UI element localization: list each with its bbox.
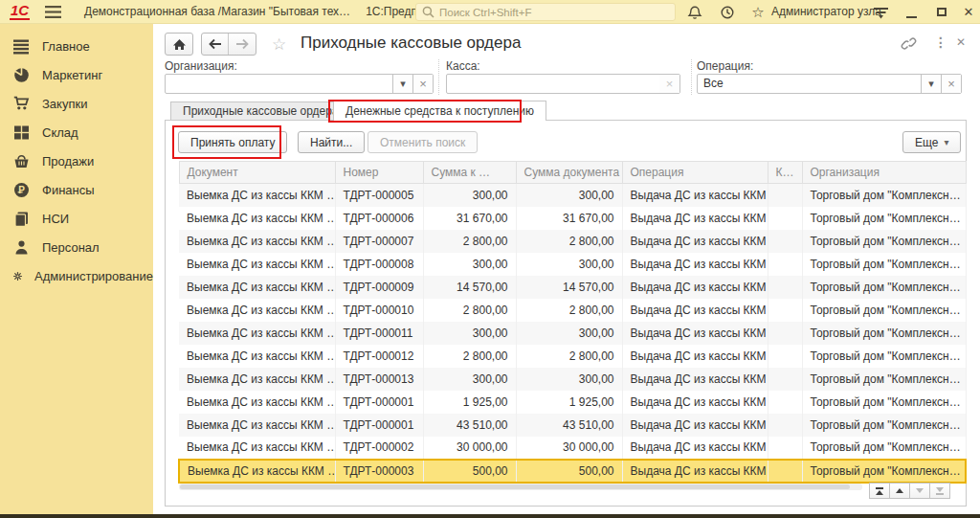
column-header[interactable]: Сумма документа — [516, 162, 622, 184]
sidebar-item-label: Склад — [42, 125, 78, 140]
go-first-button[interactable] — [869, 483, 890, 499]
table-cell — [768, 368, 802, 391]
filter-org-dropdown-icon[interactable]: ▾ — [392, 75, 412, 93]
filter-kassa-input[interactable]: × — [446, 74, 680, 94]
close-form-icon[interactable]: ✕ — [956, 35, 966, 49]
table-row[interactable]: Выемка ДС из кассы ККМ …ТДРТ-000013300,0… — [179, 368, 966, 391]
more-menu-icon[interactable]: ⋮ — [934, 35, 947, 49]
forward-button[interactable] — [229, 34, 256, 55]
find-label: Найти... — [310, 136, 352, 149]
maximize-button[interactable] — [930, 0, 953, 24]
tab-label: Приходные кассовые ордера — [183, 104, 339, 118]
sidebar-item-label: Главное — [42, 39, 90, 54]
table-cell — [768, 276, 802, 299]
basket-icon — [13, 153, 30, 169]
filter-org-clear-icon[interactable]: × — [412, 75, 433, 93]
table-row[interactable]: Выемка ДС из кассы ККМ …ТДРТ-0000122 800… — [179, 345, 966, 368]
sidebar-item-marketing[interactable]: Маркетинг — [0, 60, 153, 89]
table-row[interactable]: Выемка ДС из кассы ККМ …ТДРТ-00000143 51… — [179, 414, 966, 437]
find-button[interactable]: Найти... — [298, 131, 365, 153]
table-cell: 300,00 — [516, 322, 622, 345]
minimize-button[interactable] — [900, 0, 923, 24]
table-cell — [768, 253, 802, 276]
service-menu-icon[interactable] — [869, 0, 892, 24]
home-button[interactable] — [165, 33, 193, 56]
sidebar-item-nsi[interactable]: НСИ — [0, 204, 153, 233]
table-cell: Выемка ДС из кассы ККМ … — [179, 230, 335, 253]
close-window-button[interactable]: ✕ — [957, 0, 980, 24]
sidebar-item-glavnoe[interactable]: Главное — [0, 32, 153, 60]
column-header[interactable]: Номер — [335, 162, 423, 184]
table-cell: 300,00 — [516, 368, 622, 391]
table-cell: Выемка ДС из кассы ККМ … — [179, 253, 335, 276]
table-row[interactable]: Выемка ДС из кассы ККМ …ТДРТ-000003500,0… — [179, 460, 966, 483]
table-row[interactable]: Выемка ДС из кассы ККМ …ТДРТ-00000914 57… — [179, 276, 966, 299]
table-cell — [768, 299, 802, 322]
column-header[interactable]: Операция — [622, 162, 768, 184]
favorites-star-icon[interactable]: ☆ — [746, 0, 769, 24]
go-previous-button[interactable] — [889, 483, 910, 499]
global-search-input[interactable]: Поиск Ctrl+Shift+F — [415, 3, 676, 21]
go-next-button[interactable] — [909, 483, 930, 499]
sidebar-item-zakupki[interactable]: Закупки — [0, 89, 153, 118]
home-icon — [172, 38, 187, 51]
history-icon[interactable] — [716, 0, 739, 24]
get-link-icon[interactable] — [901, 36, 917, 53]
table-row[interactable]: Выемка ДС из кассы ККМ …ТДРТ-000005300,0… — [179, 184, 966, 207]
tab-denezhnye-sredstva[interactable]: Денежные средства к поступлению — [333, 101, 546, 121]
column-header[interactable]: Документ — [179, 162, 335, 184]
more-button[interactable]: Еще ▾ — [902, 131, 961, 153]
current-user[interactable]: Администратор узла — [771, 0, 881, 24]
table-cell: Торговый дом "Комплексн… — [802, 184, 966, 207]
notifications-bell-icon[interactable] — [683, 0, 706, 24]
sidebar-item-prodazhi[interactable]: Продажи — [0, 146, 153, 175]
table-cell: Выемка ДС из кассы ККМ … — [179, 299, 335, 322]
table-cell: 30 000,00 — [516, 437, 622, 460]
table-cell: 2 800,00 — [516, 230, 622, 253]
back-arrow-icon — [209, 38, 222, 50]
svg-text:Р: Р — [18, 185, 25, 195]
sidebar-item-sklad[interactable]: Склад — [0, 118, 153, 146]
page-favorite-star-icon[interactable]: ☆ — [272, 34, 286, 55]
back-button[interactable] — [202, 34, 229, 55]
filter-kassa-clear-icon[interactable]: × — [659, 75, 679, 93]
filter-operation-clear-icon[interactable]: × — [941, 75, 961, 93]
table-cell: 43 510,00 — [516, 414, 622, 437]
table-row[interactable]: Выемка ДС из кассы ККМ …ТДРТ-0000072 800… — [179, 230, 966, 253]
sidebar-item-personal[interactable]: Персонал — [0, 233, 153, 261]
column-header[interactable]: К… — [768, 162, 802, 184]
table-cell — [768, 230, 802, 253]
filter-operation-input[interactable]: Все ▾ × — [697, 74, 962, 94]
filter-operation-dropdown-icon[interactable]: ▾ — [921, 75, 941, 93]
column-header[interactable]: Сумма к … — [423, 162, 516, 184]
cancel-search-button[interactable]: Отменить поиск — [368, 131, 478, 153]
table-cell: 14 570,00 — [423, 276, 516, 299]
horizontal-scrollbar[interactable] — [179, 484, 862, 490]
filter-separator — [691, 59, 692, 95]
sidebar-item-administrirovanie[interactable]: Администрирование — [0, 261, 153, 290]
table-cell: Торговый дом "Комплексн… — [802, 299, 966, 322]
table-row[interactable]: Выемка ДС из кассы ККМ …ТДРТ-0000011 925… — [179, 391, 966, 414]
accept-payment-button[interactable]: Принять оплату — [178, 131, 287, 153]
table-cell: Выдача ДС из кассы ККМ — [622, 230, 768, 253]
filter-org-input[interactable]: ▾ × — [165, 74, 434, 94]
table-cell: Торговый дом "Комплексн… — [802, 345, 966, 368]
sidebar-item-finansy[interactable]: Р Финансы — [0, 175, 153, 204]
table-row[interactable]: Выемка ДС из кассы ККМ …ТДРТ-000008300,0… — [179, 253, 966, 276]
topbar: 1С Демонстрационная база /Магазин "Бытов… — [0, 0, 980, 24]
scrollbar-thumb[interactable] — [180, 484, 850, 489]
sidebar-item-label: Администрирование — [34, 269, 153, 283]
column-header[interactable]: Организация — [802, 162, 966, 184]
table-cell: Выдача ДС из кассы ККМ — [622, 368, 768, 391]
main-menu-icon[interactable] — [45, 5, 61, 22]
table-row[interactable]: Выемка ДС из кассы ККМ …ТДРТ-00000631 67… — [179, 207, 966, 230]
table-cell: 300,00 — [423, 184, 516, 207]
table-row[interactable]: Выемка ДС из кассы ККМ …ТДРТ-0000102 800… — [179, 299, 966, 322]
table-row[interactable]: Выемка ДС из кассы ККМ …ТДРТ-00000230 00… — [179, 437, 966, 460]
table-cell: Торговый дом "Комплексн… — [802, 414, 966, 437]
go-last-button[interactable] — [929, 483, 950, 499]
table-row[interactable]: Выемка ДС из кассы ККМ …ТДРТ-000011300,0… — [179, 322, 966, 345]
tab-prihodnye-ordera[interactable]: Приходные кассовые ордера — [170, 101, 351, 120]
1c-logo[interactable]: 1С — [10, 2, 30, 20]
ruble-icon: Р — [13, 182, 30, 198]
